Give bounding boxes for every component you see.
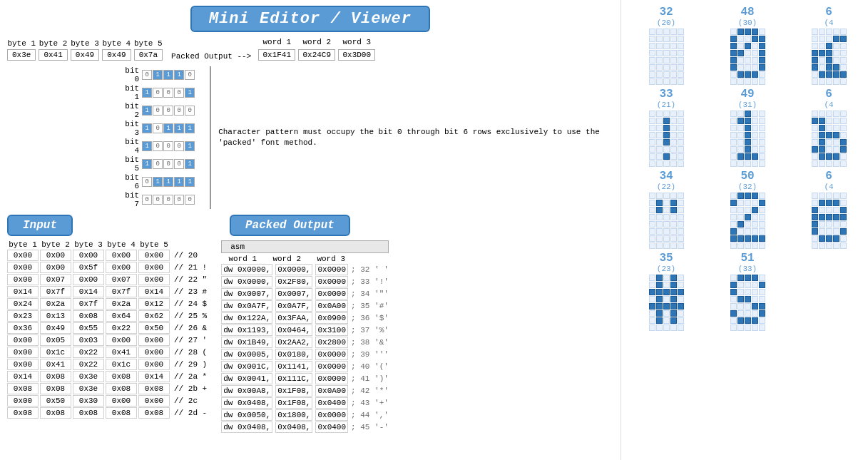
word-label-2: word 2 (298, 38, 335, 46)
pixel-2-2-1 (819, 43, 825, 49)
char-num-label: 34 (659, 170, 673, 183)
pixel-9-7-4 (678, 324, 684, 331)
pixel-5-1-4 (840, 118, 847, 124)
input-cell-7-4: 0x00 (138, 334, 170, 346)
pixel-9-0-2 (663, 275, 670, 281)
pixel-5-3-0 (812, 132, 818, 138)
pixel-6-2-1 (656, 207, 663, 213)
pixel-8-5-2 (826, 228, 832, 235)
output-cell-11-0: dw 0x0408, (221, 397, 272, 409)
input-comment-9: // 29 ) (171, 360, 207, 369)
pixel-4-4-0 (730, 139, 737, 145)
pixel-7-0-2 (745, 193, 751, 199)
output-comment-8: ; 40 '(' (351, 362, 389, 371)
pixel-5-4-2 (826, 139, 832, 145)
input-cell-3-3: 0x7f (106, 286, 137, 297)
output-cell-8-1: 0x1141, (275, 361, 312, 372)
pixel-9-2-3 (670, 289, 677, 295)
table-row: dw 0x0007, 0x0007, 0x0000 ; 34 '"' (221, 288, 389, 300)
pixel-5-5-1 (819, 146, 825, 153)
pixel-8-6-1 (819, 235, 825, 242)
bit-row-label-4: bit 4 (118, 138, 139, 155)
pixel-4-7-0 (730, 160, 737, 167)
pixel-9-5-4 (678, 310, 684, 317)
output-comment-12: ; 44 ',' (351, 411, 389, 419)
pixel-4-4-1 (737, 139, 744, 145)
table-row: 0x360x490x550x220x50// 26 & (7, 322, 207, 334)
pixel-6-4-4 (678, 221, 684, 228)
pixel-8-2-2 (826, 207, 832, 213)
pixel-3-3-1 (656, 132, 663, 138)
pixel-1-0-4 (759, 29, 765, 35)
pixel-3-3-3 (670, 132, 677, 138)
pixel-9-4-2 (663, 303, 670, 310)
table-row: 0x000x1c0x220x410x00// 28 ( (7, 347, 207, 358)
pixel-6-7-3 (670, 242, 677, 249)
top-header: byte 1 0x3e byte 2 0x41 byte 3 0x49 byte… (0, 35, 621, 63)
pixel-8-4-0 (812, 221, 818, 228)
bit-row-label-2: bit 2 (118, 102, 139, 119)
pixel-10-0-1 (737, 275, 744, 281)
pixel-6-3-0 (649, 214, 655, 220)
pixel-8-5-3 (833, 228, 839, 235)
output-header-row: word 1 word 2 word 3 (221, 252, 389, 263)
pixel-7-4-1 (737, 221, 744, 228)
pixel-8-7-2 (826, 242, 832, 249)
bit-row-label-5: bit 5 (118, 155, 139, 173)
pixel-6-5-0 (649, 228, 655, 235)
pixel-9-1-2 (663, 282, 670, 288)
pixel-grid (730, 275, 765, 331)
pixel-9-4-3 (670, 303, 677, 310)
input-cell-9-3: 0x1c (106, 359, 137, 370)
input-cell-12-2: 0x30 (73, 395, 104, 407)
pixel-3-0-3 (670, 111, 677, 117)
pixel-5-4-3 (833, 139, 839, 145)
pixel-5-7-1 (819, 160, 825, 167)
pixel-7-4-0 (730, 221, 737, 228)
pixel-8-5-4 (840, 228, 847, 235)
pixel-2-7-3 (833, 78, 839, 85)
pixel-2-7-1 (819, 78, 825, 85)
input-cell-9-4: 0x00 (138, 359, 170, 370)
pixel-7-5-4 (759, 228, 765, 235)
bit-cell-6-4: 1 (185, 177, 195, 187)
pixel-4-5-2 (745, 146, 751, 153)
input-comment-3: // 23 # (171, 287, 207, 296)
table-row: dw 0x1193, 0x0464, 0x3100 ; 37 '%' (221, 324, 389, 336)
input-table-body: 0x000x000x000x000x00// 200x000x000x5f0x0… (7, 250, 207, 419)
pixel-3-7-1 (656, 160, 663, 167)
pixel-6-0-2 (663, 193, 670, 199)
pixel-6-4-2 (663, 221, 670, 228)
output-cell-5-1: 0x0464, (275, 324, 312, 336)
pixel-6-3-4 (678, 214, 684, 220)
pixel-4-3-2 (745, 132, 751, 138)
input-cell-0-0: 0x00 (7, 250, 39, 261)
pixel-7-3-4 (759, 214, 765, 220)
output-comment-7: ; 39 ''' (351, 350, 389, 359)
pixel-5-7-2 (826, 160, 832, 167)
bit-grid-section: bit 001110bit 110001bit 210000bit 310111… (0, 63, 621, 212)
pixel-3-4-2 (663, 139, 670, 145)
pixel-1-0-1 (737, 29, 744, 35)
pixel-10-1-3 (752, 282, 758, 288)
pixel-3-2-2 (663, 125, 670, 131)
pixel-0-1-2 (663, 36, 670, 42)
input-comment-8: // 28 ( (171, 348, 207, 357)
pixel-1-7-1 (737, 78, 744, 85)
title-bar: Mini Editor / Viewer (0, 0, 621, 35)
pixel-10-7-3 (752, 324, 758, 331)
input-comment-5: // 25 % (171, 312, 207, 320)
pixel-0-4-2 (663, 57, 670, 63)
asm-tab[interactable]: asm (221, 240, 389, 252)
pixel-7-2-4 (759, 207, 765, 213)
char-paren-label: (4 (824, 19, 833, 27)
byte-col-4: byte 4 0x49 (102, 39, 131, 61)
pixel-8-0-4 (840, 193, 847, 199)
pixel-3-7-2 (663, 160, 670, 167)
pixel-2-6-2 (826, 71, 832, 78)
pixel-1-1-0 (730, 36, 737, 42)
pixel-7-0-1 (737, 193, 744, 199)
pixel-5-2-2 (826, 125, 832, 131)
output-cell-12-0: dw 0x0050, (221, 409, 272, 421)
pixel-10-1-4 (759, 282, 765, 288)
